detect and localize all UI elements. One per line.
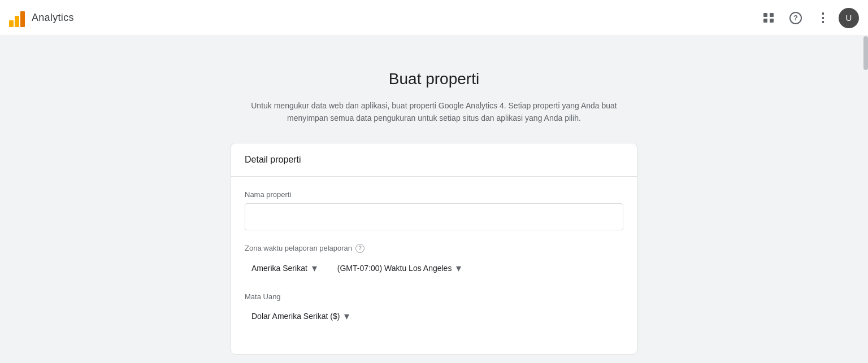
timezone-dropdown[interactable]: (GMT-07:00) Waktu Los Angeles ▾ xyxy=(331,257,468,279)
header-left: Analytics xyxy=(9,9,74,27)
help-circle-icon: ? xyxy=(789,12,802,24)
more-vert-icon: ⋮ xyxy=(817,11,830,25)
currency-row: Dolar Amerika Serikat ($) ▾ xyxy=(245,305,623,327)
more-options-button[interactable]: ⋮ xyxy=(811,7,834,29)
scrollbar-track xyxy=(863,36,868,363)
logo-bar-2 xyxy=(15,16,19,27)
property-name-label: Nama properti xyxy=(245,190,623,199)
currency-dropdown[interactable]: Dolar Amerika Serikat ($) ▾ xyxy=(245,305,356,327)
currency-dropdown-arrow: ▾ xyxy=(344,310,349,322)
card-body: Nama properti Zona waktu pelaporan pelap… xyxy=(231,177,637,354)
timezone-group: Zona waktu pelaporan pelaporan ? Amerika… xyxy=(245,244,623,279)
logo-bar-1 xyxy=(9,20,14,27)
timezone-row: Amerika Serikat ▾ (GMT-07:00) Waktu Los … xyxy=(245,257,623,279)
page-description: Untuk mengukur data web dan aplikasi, bu… xyxy=(231,99,637,125)
grid-icon xyxy=(763,13,774,23)
help-button[interactable]: ? xyxy=(784,7,807,29)
currency-label: Mata Uang xyxy=(245,292,623,301)
property-name-group: Nama properti xyxy=(245,190,623,230)
card-header-title: Detail properti xyxy=(245,155,301,164)
scrollbar-thumb[interactable] xyxy=(863,36,868,70)
grid-apps-button[interactable] xyxy=(757,7,780,29)
timezone-dropdown-arrow: ▾ xyxy=(456,262,461,274)
header-right: ? ⋮ U xyxy=(757,7,859,29)
user-avatar[interactable]: U xyxy=(839,8,859,28)
analytics-logo xyxy=(9,9,25,27)
currency-group: Mata Uang Dolar Amerika Serikat ($) ▾ xyxy=(245,292,623,327)
property-details-card: Detail properti Nama properti Zona waktu… xyxy=(231,143,637,355)
page-title: Buat properti xyxy=(389,70,479,88)
card-header: Detail properti xyxy=(231,143,637,177)
country-dropdown-arrow: ▾ xyxy=(312,262,317,274)
app-header: Analytics ? ⋮ U xyxy=(0,0,868,36)
country-dropdown[interactable]: Amerika Serikat ▾ xyxy=(245,257,324,279)
app-title: Analytics xyxy=(32,12,74,24)
property-name-input[interactable] xyxy=(245,203,623,230)
main-content: Buat properti Untuk mengukur data web da… xyxy=(0,36,868,363)
logo-bar-3 xyxy=(20,11,25,27)
timezone-label: Zona waktu pelaporan pelaporan ? xyxy=(245,244,623,253)
timezone-help-icon[interactable]: ? xyxy=(355,244,364,253)
